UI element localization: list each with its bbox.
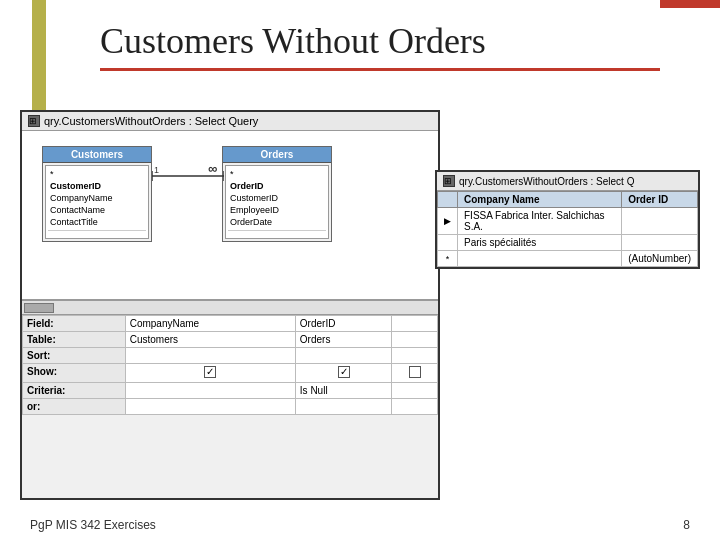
orders-field-customerid: CustomerID — [228, 192, 326, 204]
grid-cell-table-empty[interactable] — [392, 332, 438, 348]
customers-table-fields: * CustomerID CompanyName ContactName Con… — [45, 165, 149, 239]
grid-cell-orderid[interactable]: OrderID — [295, 316, 392, 332]
results-company-new — [458, 251, 622, 267]
query-design-window: ⊞ qry.CustomersWithoutOrders : Select Qu… — [20, 110, 440, 500]
results-col-orderid: Order ID — [622, 192, 698, 208]
customers-table-header: Customers — [43, 147, 151, 163]
title-area: Customers Without Orders — [100, 20, 660, 71]
grid-cell-empty1[interactable] — [392, 316, 438, 332]
content-area: ⊞ qry.CustomersWithoutOrders : Select Qu… — [20, 110, 700, 500]
grid-cell-show3[interactable] — [392, 364, 438, 383]
grid-cell-table-orders[interactable]: Orders — [295, 332, 392, 348]
results-row-new: * (AutoNumber) — [438, 251, 698, 267]
customers-field-title: ContactTitle — [48, 216, 146, 228]
results-company-2: Paris spécialités — [458, 235, 622, 251]
orders-field-star: * — [228, 168, 326, 180]
grid-label-sort: Sort: — [23, 348, 126, 364]
results-row-1: ▶ FISSA Fabrica Inter. Salchichas S.A. — [438, 208, 698, 235]
row-indicator-new: * — [438, 251, 458, 267]
show-checkbox-1[interactable] — [204, 366, 216, 378]
row-indicator-2 — [438, 235, 458, 251]
footer-page-number: 8 — [683, 518, 690, 532]
query-title-bar: ⊞ qry.CustomersWithoutOrders : Select Qu… — [22, 112, 438, 131]
customers-table-box: Customers * CustomerID CompanyName Conta… — [42, 146, 152, 242]
footer-text: PgP MIS 342 Exercises — [30, 518, 156, 532]
scroll-thumb[interactable] — [24, 303, 54, 313]
orders-field-employeeid: EmployeeID — [228, 204, 326, 216]
footer: PgP MIS 342 Exercises 8 — [0, 510, 720, 540]
grid-row-table: Table: Customers Orders — [23, 332, 438, 348]
show-checkbox-2[interactable] — [338, 366, 350, 378]
customers-field-id: CustomerID — [48, 180, 146, 192]
grid-label-or: or: — [23, 399, 126, 415]
results-orderid-new: (AutoNumber) — [622, 251, 698, 267]
customers-scroll-indicator — [48, 230, 146, 236]
query-icon: ⊞ — [28, 115, 40, 127]
grid-cell-sort3[interactable] — [392, 348, 438, 364]
orders-table-box: Orders * OrderID CustomerID EmployeeID O… — [222, 146, 332, 242]
orders-table-header: Orders — [223, 147, 331, 163]
grid-label-field: Field: — [23, 316, 126, 332]
grid-label-criteria: Criteria: — [23, 383, 126, 399]
grid-label-table: Table: — [23, 332, 126, 348]
customers-field-star: * — [48, 168, 146, 180]
grid-label-show: Show: — [23, 364, 126, 383]
join-line-svg: 1 ∞ — [152, 161, 224, 201]
grid-row-show: Show: — [23, 364, 438, 383]
page-title: Customers Without Orders — [100, 20, 660, 62]
results-icon: ⊞ — [443, 175, 455, 187]
grid-cell-show1[interactable] — [125, 364, 295, 383]
results-title-bar: ⊞ qry.CustomersWithoutOrders : Select Q — [437, 172, 698, 191]
grid-cell-sort1[interactable] — [125, 348, 295, 364]
grid-cell-companyname[interactable]: CompanyName — [125, 316, 295, 332]
grid-row-or: or: — [23, 399, 438, 415]
grid-cell-criteria1[interactable] — [125, 383, 295, 399]
results-table: Company Name Order ID ▶ FISSA Fabrica In… — [437, 191, 698, 267]
results-header-row: Company Name Order ID — [438, 192, 698, 208]
left-decorative-bar — [32, 0, 46, 120]
tables-pane: Customers * CustomerID CompanyName Conta… — [22, 131, 438, 301]
grid-cell-or3[interactable] — [392, 399, 438, 415]
results-window: ⊞ qry.CustomersWithoutOrders : Select Q … — [435, 170, 700, 269]
top-right-accent — [660, 0, 720, 8]
results-title: qry.CustomersWithoutOrders : Select Q — [459, 176, 634, 187]
results-col-company: Company Name — [458, 192, 622, 208]
results-col-indicator — [438, 192, 458, 208]
query-grid: Field: CompanyName OrderID Table: Custom… — [22, 315, 438, 415]
grid-cell-sort2[interactable] — [295, 348, 392, 364]
results-orderid-1 — [622, 208, 698, 235]
grid-cell-or1[interactable] — [125, 399, 295, 415]
query-title: qry.CustomersWithoutOrders : Select Quer… — [44, 115, 258, 127]
show-checkbox-3[interactable] — [409, 366, 421, 378]
results-row-2: Paris spécialités — [438, 235, 698, 251]
row-indicator-1: ▶ — [438, 208, 458, 235]
orders-scroll-indicator — [228, 230, 326, 236]
results-company-1: FISSA Fabrica Inter. Salchichas S.A. — [458, 208, 622, 235]
svg-text:∞: ∞ — [208, 161, 217, 176]
orders-table-fields: * OrderID CustomerID EmployeeID OrderDat… — [225, 165, 329, 239]
grid-cell-criteria2[interactable]: Is Null — [295, 383, 392, 399]
grid-cell-table-customers[interactable]: Customers — [125, 332, 295, 348]
grid-cell-or2[interactable] — [295, 399, 392, 415]
title-underline — [100, 68, 660, 71]
grid-row-sort: Sort: — [23, 348, 438, 364]
customers-field-company: CompanyName — [48, 192, 146, 204]
horizontal-scrollbar[interactable] — [22, 301, 438, 315]
grid-cell-criteria3[interactable] — [392, 383, 438, 399]
grid-row-criteria: Criteria: Is Null — [23, 383, 438, 399]
grid-cell-show2[interactable] — [295, 364, 392, 383]
results-orderid-2 — [622, 235, 698, 251]
grid-row-field: Field: CompanyName OrderID — [23, 316, 438, 332]
orders-field-date: OrderDate — [228, 216, 326, 228]
orders-field-id: OrderID — [228, 180, 326, 192]
svg-text:1: 1 — [154, 165, 159, 175]
grid-pane: Field: CompanyName OrderID Table: Custom… — [22, 315, 438, 415]
customers-field-contact: ContactName — [48, 204, 146, 216]
